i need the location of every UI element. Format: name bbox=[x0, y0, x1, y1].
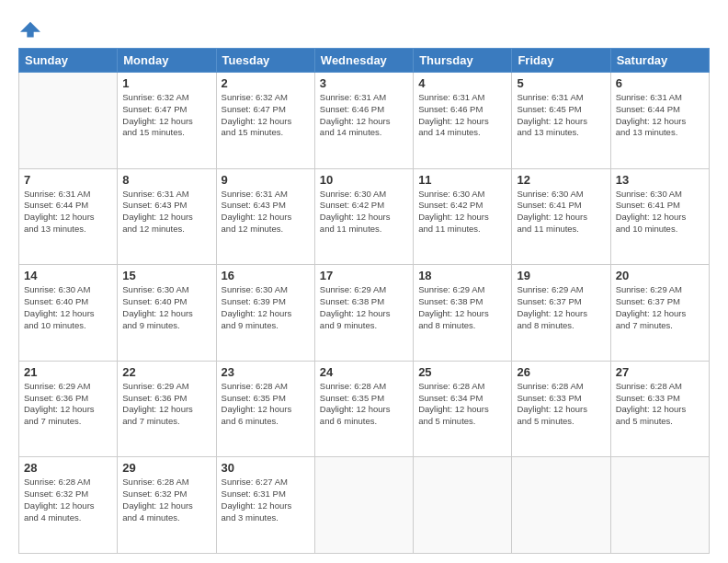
day-number: 18 bbox=[418, 269, 506, 282]
calendar-table: SundayMondayTuesdayWednesdayThursdayFrid… bbox=[18, 48, 710, 554]
day-info: Sunrise: 6:30 AM Sunset: 6:40 PM Dayligh… bbox=[122, 284, 210, 331]
calendar-cell: 21Sunrise: 6:29 AM Sunset: 6:36 PM Dayli… bbox=[19, 361, 118, 457]
day-info: Sunrise: 6:31 AM Sunset: 6:45 PM Dayligh… bbox=[517, 92, 605, 139]
calendar-cell: 1Sunrise: 6:32 AM Sunset: 6:47 PM Daylig… bbox=[118, 73, 216, 169]
calendar-cell bbox=[512, 457, 610, 554]
calendar-cell: 7Sunrise: 6:31 AM Sunset: 6:44 PM Daylig… bbox=[19, 168, 118, 265]
day-number: 23 bbox=[222, 365, 310, 379]
day-number: 24 bbox=[320, 365, 408, 379]
day-number: 14 bbox=[24, 269, 112, 282]
day-number: 30 bbox=[222, 461, 310, 475]
day-number: 3 bbox=[320, 76, 408, 90]
day-info: Sunrise: 6:30 AM Sunset: 6:42 PM Dayligh… bbox=[418, 189, 506, 236]
day-info: Sunrise: 6:29 AM Sunset: 6:37 PM Dayligh… bbox=[616, 284, 704, 331]
day-number: 13 bbox=[616, 173, 704, 187]
logo bbox=[18, 17, 40, 39]
day-info: Sunrise: 6:30 AM Sunset: 6:41 PM Dayligh… bbox=[616, 189, 704, 236]
calendar-cell: 15Sunrise: 6:30 AM Sunset: 6:40 PM Dayli… bbox=[118, 265, 216, 362]
calendar-cell: 8Sunrise: 6:31 AM Sunset: 6:43 PM Daylig… bbox=[118, 168, 216, 265]
calendar-cell bbox=[610, 457, 709, 554]
day-info: Sunrise: 6:28 AM Sunset: 6:35 PM Dayligh… bbox=[222, 381, 310, 428]
day-info: Sunrise: 6:32 AM Sunset: 6:47 PM Dayligh… bbox=[222, 92, 310, 139]
day-info: Sunrise: 6:27 AM Sunset: 6:31 PM Dayligh… bbox=[222, 477, 310, 523]
calendar-cell: 18Sunrise: 6:29 AM Sunset: 6:38 PM Dayli… bbox=[414, 265, 512, 362]
logo-icon bbox=[20, 18, 40, 39]
day-info: Sunrise: 6:31 AM Sunset: 6:46 PM Dayligh… bbox=[418, 92, 506, 139]
calendar-cell: 19Sunrise: 6:29 AM Sunset: 6:37 PM Dayli… bbox=[512, 265, 610, 362]
calendar-cell: 26Sunrise: 6:28 AM Sunset: 6:33 PM Dayli… bbox=[512, 361, 610, 457]
day-info: Sunrise: 6:29 AM Sunset: 6:36 PM Dayligh… bbox=[24, 381, 112, 428]
calendar-cell: 27Sunrise: 6:28 AM Sunset: 6:33 PM Dayli… bbox=[610, 361, 709, 457]
week-row-4: 21Sunrise: 6:29 AM Sunset: 6:36 PM Dayli… bbox=[19, 361, 710, 457]
day-info: Sunrise: 6:28 AM Sunset: 6:32 PM Dayligh… bbox=[24, 477, 112, 523]
weekday-header-tuesday: Tuesday bbox=[216, 49, 314, 73]
week-row-1: 1Sunrise: 6:32 AM Sunset: 6:47 PM Daylig… bbox=[19, 73, 710, 169]
weekday-header-row: SundayMondayTuesdayWednesdayThursdayFrid… bbox=[19, 49, 710, 73]
day-info: Sunrise: 6:31 AM Sunset: 6:44 PM Dayligh… bbox=[616, 92, 704, 139]
calendar-cell: 12Sunrise: 6:30 AM Sunset: 6:41 PM Dayli… bbox=[512, 168, 610, 265]
day-number: 11 bbox=[418, 173, 506, 187]
day-number: 10 bbox=[320, 173, 408, 187]
day-number: 5 bbox=[517, 76, 605, 90]
day-info: Sunrise: 6:30 AM Sunset: 6:41 PM Dayligh… bbox=[517, 189, 605, 236]
day-info: Sunrise: 6:31 AM Sunset: 6:43 PM Dayligh… bbox=[122, 189, 210, 236]
day-number: 4 bbox=[418, 76, 506, 90]
calendar-cell: 16Sunrise: 6:30 AM Sunset: 6:39 PM Dayli… bbox=[216, 265, 314, 362]
week-row-2: 7Sunrise: 6:31 AM Sunset: 6:44 PM Daylig… bbox=[19, 168, 710, 265]
calendar-cell: 2Sunrise: 6:32 AM Sunset: 6:47 PM Daylig… bbox=[216, 73, 314, 169]
day-info: Sunrise: 6:31 AM Sunset: 6:43 PM Dayligh… bbox=[222, 189, 310, 236]
calendar-cell: 9Sunrise: 6:31 AM Sunset: 6:43 PM Daylig… bbox=[216, 168, 314, 265]
day-info: Sunrise: 6:28 AM Sunset: 6:33 PM Dayligh… bbox=[517, 381, 605, 428]
day-number: 9 bbox=[222, 173, 310, 187]
day-number: 26 bbox=[517, 365, 605, 379]
calendar-cell: 5Sunrise: 6:31 AM Sunset: 6:45 PM Daylig… bbox=[512, 73, 610, 169]
day-info: Sunrise: 6:28 AM Sunset: 6:33 PM Dayligh… bbox=[616, 381, 704, 428]
day-number: 17 bbox=[320, 269, 408, 282]
day-number: 15 bbox=[122, 269, 210, 282]
calendar-cell bbox=[314, 457, 413, 554]
day-number: 7 bbox=[24, 173, 112, 187]
calendar-cell: 14Sunrise: 6:30 AM Sunset: 6:40 PM Dayli… bbox=[19, 265, 118, 362]
calendar-cell: 23Sunrise: 6:28 AM Sunset: 6:35 PM Dayli… bbox=[216, 361, 314, 457]
day-info: Sunrise: 6:28 AM Sunset: 6:35 PM Dayligh… bbox=[320, 381, 408, 428]
day-info: Sunrise: 6:29 AM Sunset: 6:37 PM Dayligh… bbox=[517, 284, 605, 331]
calendar-cell bbox=[414, 457, 512, 554]
day-info: Sunrise: 6:31 AM Sunset: 6:44 PM Dayligh… bbox=[24, 189, 112, 236]
calendar-cell: 6Sunrise: 6:31 AM Sunset: 6:44 PM Daylig… bbox=[610, 73, 709, 169]
calendar-cell bbox=[19, 73, 118, 169]
day-number: 8 bbox=[122, 173, 210, 187]
day-info: Sunrise: 6:28 AM Sunset: 6:32 PM Dayligh… bbox=[122, 477, 210, 523]
weekday-header-saturday: Saturday bbox=[610, 49, 709, 73]
week-row-3: 14Sunrise: 6:30 AM Sunset: 6:40 PM Dayli… bbox=[19, 265, 710, 362]
weekday-header-friday: Friday bbox=[512, 49, 610, 73]
day-info: Sunrise: 6:29 AM Sunset: 6:38 PM Dayligh… bbox=[418, 284, 506, 331]
weekday-header-monday: Monday bbox=[118, 49, 216, 73]
day-number: 22 bbox=[122, 365, 210, 379]
header bbox=[18, 17, 710, 39]
calendar-cell: 28Sunrise: 6:28 AM Sunset: 6:32 PM Dayli… bbox=[19, 457, 118, 554]
calendar-cell: 30Sunrise: 6:27 AM Sunset: 6:31 PM Dayli… bbox=[216, 457, 314, 554]
calendar-cell: 17Sunrise: 6:29 AM Sunset: 6:38 PM Dayli… bbox=[314, 265, 413, 362]
day-number: 29 bbox=[122, 461, 210, 475]
day-number: 25 bbox=[418, 365, 506, 379]
day-number: 2 bbox=[222, 76, 310, 90]
day-number: 12 bbox=[517, 173, 605, 187]
day-info: Sunrise: 6:30 AM Sunset: 6:40 PM Dayligh… bbox=[24, 284, 112, 331]
calendar-cell: 22Sunrise: 6:29 AM Sunset: 6:36 PM Dayli… bbox=[118, 361, 216, 457]
day-info: Sunrise: 6:30 AM Sunset: 6:42 PM Dayligh… bbox=[320, 189, 408, 236]
calendar-cell: 25Sunrise: 6:28 AM Sunset: 6:34 PM Dayli… bbox=[414, 361, 512, 457]
day-info: Sunrise: 6:28 AM Sunset: 6:34 PM Dayligh… bbox=[418, 381, 506, 428]
day-number: 20 bbox=[616, 269, 704, 282]
day-number: 19 bbox=[517, 269, 605, 282]
svg-marker-0 bbox=[20, 22, 40, 38]
day-info: Sunrise: 6:29 AM Sunset: 6:38 PM Dayligh… bbox=[320, 284, 408, 331]
week-row-5: 28Sunrise: 6:28 AM Sunset: 6:32 PM Dayli… bbox=[19, 457, 710, 554]
weekday-header-sunday: Sunday bbox=[19, 49, 118, 73]
day-number: 1 bbox=[122, 76, 210, 90]
calendar-cell: 10Sunrise: 6:30 AM Sunset: 6:42 PM Dayli… bbox=[314, 168, 413, 265]
calendar-cell: 29Sunrise: 6:28 AM Sunset: 6:32 PM Dayli… bbox=[118, 457, 216, 554]
weekday-header-wednesday: Wednesday bbox=[314, 49, 413, 73]
weekday-header-thursday: Thursday bbox=[414, 49, 512, 73]
day-number: 28 bbox=[24, 461, 112, 475]
calendar-cell: 20Sunrise: 6:29 AM Sunset: 6:37 PM Dayli… bbox=[610, 265, 709, 362]
